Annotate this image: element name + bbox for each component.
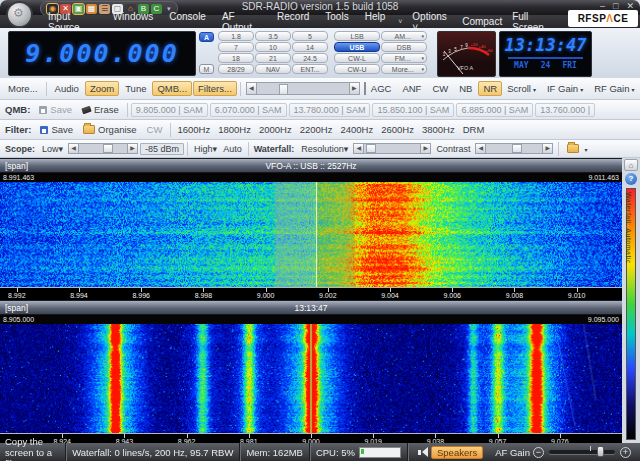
frequency-display[interactable]: 9.000.000 [8,31,196,76]
contrast-slider[interactable]: ◀ ▶ [475,142,553,155]
chevron-down-icon[interactable]: ˅ [393,18,407,25]
resolution-slider[interactable]: ◀ ▶ [353,142,431,155]
chevron-down-icon: ▾ [421,33,424,39]
slider-track[interactable] [79,143,127,154]
chevron-down-icon: ▾ [421,55,424,61]
scope-low-dropdown[interactable]: Low▾ [39,143,66,155]
nb-button[interactable]: NB [454,81,477,96]
band-button-5[interactable]: 5 [292,31,328,41]
rf-gain-dropdown[interactable]: RF Gain▾ [589,81,639,96]
filter-width-drm[interactable]: DRM [460,123,488,136]
slider-right-icon[interactable]: ▶ [420,143,431,154]
help-icon[interactable]: ? [625,173,637,185]
if-gain-dropdown[interactable]: IF Gain▾ [542,81,588,96]
spectrum-waterfall[interactable] [0,182,622,287]
slider-thumb[interactable] [366,144,376,153]
save-icon [39,106,47,114]
qmb-memory-button[interactable]: 13.780.000 | SAM [289,103,371,117]
cpu-usage-bar [359,447,401,458]
tune-button[interactable]: Tune [120,81,151,96]
slider-left-icon[interactable]: ◀ [353,143,364,154]
vfo-a-button[interactable]: A [199,32,214,42]
band-button-ENT[interactable]: ENT... [292,64,328,74]
waterfall-panel-header[interactable]: [span] 13:13:47 [0,300,622,315]
filter-width-2000hz[interactable]: 2000Hz [256,123,295,136]
volume-up-icon[interactable]: + [620,447,631,458]
scrollbar-thumb[interactable] [279,84,288,95]
band-button-2829[interactable]: 28/29 [218,64,254,74]
application-menu-button[interactable] [6,1,33,28]
qmb-memory-button[interactable]: 15.850.100 | SAM [372,103,454,117]
qmb-memory-button[interactable]: 6.885.000 | SAM [456,103,533,117]
scope-auto-button[interactable]: Auto [220,143,245,155]
band-button-14[interactable]: 14 [292,42,328,52]
scroll-dropdown[interactable]: Scroll▾ [502,81,541,96]
af-gain-thumb[interactable] [597,446,604,457]
wideband-waterfall[interactable] [0,324,622,433]
mode-button-dsb[interactable]: DSB [381,42,427,52]
band-button-NAV[interactable]: NAV [255,64,291,74]
slider-track[interactable] [364,143,420,154]
waterfall-options-button[interactable]: ▾ [562,141,592,156]
qmb-memory-button[interactable]: 9.805.000 | SAM [131,103,208,117]
mode-button-cwu[interactable]: CW-U [334,64,380,74]
filter-organise-button[interactable]: Organise [78,122,142,137]
filter-cw-button[interactable]: CW [142,122,168,137]
filter-save-button[interactable]: Save [35,122,78,137]
scroll-left-icon[interactable]: ◀ [246,82,257,95]
band-button-35[interactable]: 3.5 [255,31,291,41]
home-icon[interactable]: ⌂ [624,159,638,171]
mode-button-cwl[interactable]: CW-L [334,53,380,63]
cw-button[interactable]: CW [427,81,453,96]
memory-button[interactable]: M [199,64,214,74]
qmb-memory-button[interactable]: 13.760.000 | [535,103,595,117]
mode-button-usb[interactable]: USB [334,42,380,52]
filter-width-2200hz[interactable]: 2200Hz [297,123,336,136]
slider-track[interactable] [486,143,542,154]
mode-button-fm[interactable]: FM...▾ [381,53,427,63]
qmb-save-button[interactable]: Save [34,102,77,117]
mode-button-more[interactable]: More...▾ [381,64,427,74]
band-button-7[interactable]: 7 [218,42,254,52]
slider-thumb[interactable] [103,144,113,153]
slider-left-icon[interactable]: ◀ [475,143,486,154]
af-gain-slider[interactable] [549,450,615,454]
volume-down-icon[interactable]: − [533,447,544,458]
tuning-scrollbar[interactable]: ◀ ▶ [246,82,360,95]
audio-button[interactable]: Audio [50,81,84,96]
more-button[interactable]: More... [3,81,43,96]
spectrum-panel-header[interactable]: [span] VFO-A :: USB :: 2527Hz [0,158,622,173]
scope-low-slider[interactable]: ◀ ▶ [68,142,138,155]
slider-thumb[interactable] [512,144,522,153]
zoom-button[interactable]: Zoom [85,81,119,96]
scroll-right-icon[interactable]: ▶ [349,82,360,95]
scope-high-dropdown[interactable]: High▾ [191,143,220,155]
mode-button-am[interactable]: AM...▾ [381,31,427,41]
band-button-18[interactable]: 1.8 [218,31,254,41]
agc-button[interactable]: AGC [366,81,397,96]
band-button-10[interactable]: 10 [255,42,291,52]
waterfall-resolution-dropdown[interactable]: Resolution▾ [298,143,351,155]
filter-width-3800hz[interactable]: 3800Hz [419,123,458,136]
scrollbar-track[interactable] [257,82,349,95]
qmb-memory-button[interactable]: 6.070.000 | SAM [210,103,287,117]
speakers-button[interactable]: Speakers [431,446,483,459]
band-button-21[interactable]: 21 [255,53,291,63]
nr-button[interactable]: NR [478,81,502,96]
filter-width-1600hz[interactable]: 1600Hz [174,123,213,136]
mode-button-lsb[interactable]: LSB [334,31,380,41]
anf-button[interactable]: ANF [397,81,426,96]
filters-button[interactable]: Filters... [193,81,237,96]
qmb-erase-button[interactable]: Erase [77,102,124,117]
waterfall-contrast-label: Contrast [433,143,473,155]
band-button-18[interactable]: 18 [218,53,254,63]
filter-width-2400hz[interactable]: 2400Hz [337,123,376,136]
slider-left-icon[interactable]: ◀ [68,143,79,154]
filter-width-2600hz[interactable]: 2600Hz [378,123,417,136]
qmb-button[interactable]: QMB... [152,81,192,96]
slider-right-icon[interactable]: ▶ [127,143,138,154]
slider-right-icon[interactable]: ▶ [542,143,553,154]
filter-width-1800hz[interactable]: 1800Hz [215,123,254,136]
band-button-245[interactable]: 24.5 [292,53,328,63]
compact-button[interactable]: Compact [457,16,507,27]
